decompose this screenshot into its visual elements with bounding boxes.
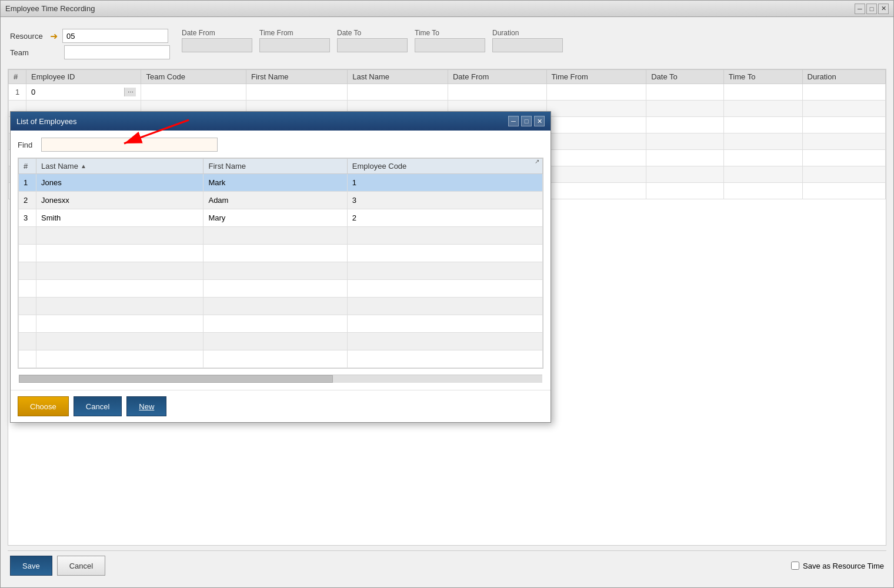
modal-title-bar: List of Employees ─ □ ✕ <box>11 112 551 131</box>
modal-title-buttons: ─ □ ✕ <box>508 116 545 126</box>
team-input[interactable] <box>64 45 170 59</box>
date-from-input[interactable] <box>182 38 252 52</box>
emp-row-code: 2 <box>347 209 542 227</box>
cancel-modal-button[interactable]: Cancel <box>74 396 122 416</box>
modal-title: List of Employees <box>16 117 77 126</box>
emp-row-last-name: Jonesxx <box>36 192 204 209</box>
row-date-from[interactable] <box>448 84 546 101</box>
modal-body: Find ↗ # Last Na <box>11 131 551 390</box>
save-resource-group: Save as Resource Time <box>791 562 884 570</box>
resource-row: Resource ➜ <box>10 29 170 43</box>
resource-input[interactable] <box>62 29 168 43</box>
row-last-name[interactable] <box>348 84 448 101</box>
ellipsis-button[interactable]: ⋯ <box>124 88 136 96</box>
emp-row-first-name: Mark <box>204 174 347 192</box>
col-first-name: First Name <box>246 70 347 84</box>
row-first-name[interactable] <box>246 84 347 101</box>
duration-group: Duration <box>492 29 563 52</box>
employee-table-wrapper: ↗ # Last Name ▲ <box>18 158 543 369</box>
emp-row-last-name: Smith <box>36 209 204 227</box>
title-bar: Employee Time Recording ─ □ ✕ <box>1 1 893 17</box>
employee-table-row[interactable]: 1JonesMark1 <box>19 174 543 192</box>
table-header-row: # Employee ID Team Code First Name Last … <box>9 70 886 84</box>
modal-minimize-button[interactable]: ─ <box>508 116 519 126</box>
col-time-from: Time From <box>546 70 646 84</box>
row-team-code[interactable] <box>141 84 246 101</box>
choose-button[interactable]: Choose <box>18 396 69 416</box>
save-as-resource-label: Save as Resource Time <box>803 562 884 570</box>
form-header: Resource ➜ Team Date From Time From <box>8 24 886 64</box>
employee-table-row-empty <box>19 298 543 315</box>
title-bar-buttons: ─ □ ✕ <box>855 4 889 14</box>
employee-table-row[interactable]: 2JonesxxAdam3 <box>19 192 543 209</box>
minimize-button[interactable]: ─ <box>855 4 865 14</box>
cancel-button[interactable]: Cancel <box>57 556 105 576</box>
col-num: # <box>9 70 26 84</box>
employee-table-header-row: # Last Name ▲ First Name Employee Code <box>19 159 543 174</box>
emp-row-code: 3 <box>347 192 542 209</box>
col-last-name: Last Name <box>348 70 448 84</box>
emp-row-num: 3 <box>19 209 36 227</box>
row-duration[interactable] <box>802 84 885 101</box>
emp-col-employee-code[interactable]: Employee Code <box>347 159 542 174</box>
resource-team-fields: Resource ➜ Team <box>10 29 170 59</box>
modal-dialog: List of Employees ─ □ ✕ Find <box>10 111 551 423</box>
row-num: 1 <box>9 84 26 101</box>
emp-row-code: 1 <box>347 174 542 192</box>
col-employee-id: Employee ID <box>26 70 141 84</box>
time-to-input[interactable] <box>415 38 485 52</box>
row-date-to[interactable] <box>646 84 724 101</box>
footer-buttons: Save Cancel <box>10 556 105 576</box>
arrow-icon: ➜ <box>50 31 58 42</box>
date-to-input[interactable] <box>337 38 408 52</box>
resource-label: Resource <box>10 32 45 41</box>
team-label: Team <box>10 48 45 57</box>
find-row: Find <box>18 138 543 152</box>
col-date-from: Date From <box>448 70 546 84</box>
employee-table-row-empty <box>19 280 543 298</box>
col-duration: Duration <box>802 70 885 84</box>
emp-row-first-name: Mary <box>204 209 347 227</box>
col-team-code: Team Code <box>141 70 246 84</box>
emp-row-num: 2 <box>19 192 36 209</box>
emp-col-first-name[interactable]: First Name <box>204 159 347 174</box>
save-as-resource-checkbox[interactable] <box>791 562 799 570</box>
time-from-group: Time From <box>259 29 330 52</box>
employee-table-row-empty <box>19 245 543 262</box>
emp-row-first-name: Adam <box>204 192 347 209</box>
employee-table-row-empty <box>19 333 543 350</box>
resize-handle[interactable]: ↗ <box>535 158 543 166</box>
footer-bar: Save Cancel Save as Resource Time <box>8 550 886 580</box>
main-window: Employee Time Recording ─ □ ✕ Resource ➜… <box>0 0 894 588</box>
row-time-to[interactable] <box>723 84 802 101</box>
close-button[interactable]: ✕ <box>878 4 889 14</box>
content-area: Resource ➜ Team Date From Time From <box>1 17 893 587</box>
modal-close-button[interactable]: ✕ <box>534 116 545 126</box>
col-time-to: Time To <box>723 70 802 84</box>
row-employee-id[interactable]: 0 ⋯ <box>26 84 141 101</box>
save-button[interactable]: Save <box>10 556 52 576</box>
emp-row-last-name: Jones <box>36 174 204 192</box>
find-label: Find <box>18 141 35 149</box>
employee-table-row-empty <box>19 262 543 280</box>
emp-row-num: 1 <box>19 174 36 192</box>
find-input[interactable] <box>41 138 218 152</box>
date-to-label: Date To <box>337 29 408 37</box>
employee-table: # Last Name ▲ First Name Employee Code <box>18 158 543 368</box>
modal-maximize-button[interactable]: □ <box>521 116 532 126</box>
modal-horizontal-scrollbar[interactable] <box>19 375 542 383</box>
new-button[interactable]: New <box>126 396 166 416</box>
employee-table-row[interactable]: 3SmithMary2 <box>19 209 543 227</box>
emp-col-num[interactable]: # <box>19 159 36 174</box>
duration-input[interactable] <box>492 38 563 52</box>
duration-label: Duration <box>492 29 563 37</box>
employee-table-row-empty <box>19 315 543 333</box>
maximize-button[interactable]: □ <box>866 4 877 14</box>
time-to-group: Time To <box>415 29 485 52</box>
col-date-to: Date To <box>646 70 724 84</box>
emp-col-last-name[interactable]: Last Name ▲ <box>36 159 204 174</box>
employee-table-row-empty <box>19 350 543 368</box>
time-from-input[interactable] <box>259 38 330 52</box>
row-time-from[interactable] <box>546 84 646 101</box>
scrollbar-thumb[interactable] <box>19 375 333 383</box>
